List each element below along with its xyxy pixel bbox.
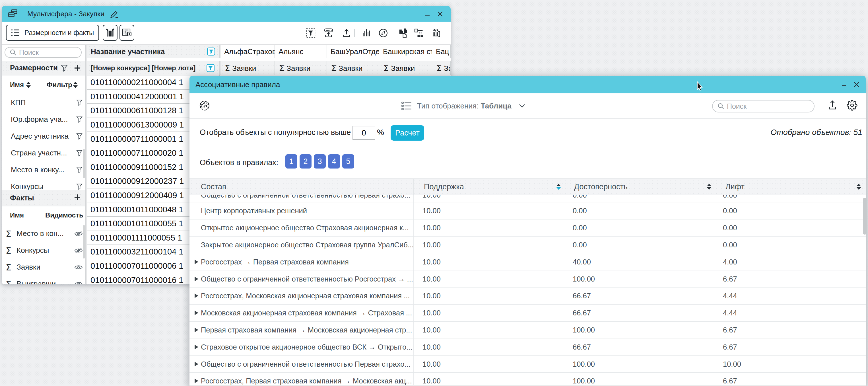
- expand-icon[interactable]: [194, 361, 198, 367]
- expand-icon[interactable]: [194, 293, 198, 298]
- measure-header-cell[interactable]: ΣЗаявки: [379, 61, 432, 75]
- sort-confidence-icon[interactable]: [707, 184, 712, 190]
- dimension-row[interactable]: Место в конку...: [2, 161, 85, 178]
- pivot-column-header[interactable]: Башкирская ст: [379, 45, 432, 58]
- edit-title-icon[interactable]: [110, 9, 119, 19]
- measure-header-cell[interactable]: ΣЗаявки: [275, 61, 327, 75]
- dialog-scrollbar-thumb[interactable]: [863, 198, 867, 235]
- visibility-off-icon[interactable]: [74, 281, 83, 285]
- table-layout-button[interactable]: [120, 25, 134, 41]
- dimension-name: Адрес участника: [11, 132, 68, 141]
- expand-icon[interactable]: [194, 259, 198, 264]
- sidebar-search-input[interactable]: Поиск: [5, 47, 82, 58]
- fact-row[interactable]: Σ Место в кон...: [2, 225, 85, 242]
- dimension-row[interactable]: Конкурсы: [2, 178, 85, 190]
- visibility-on-icon[interactable]: [74, 264, 83, 270]
- minimize-button[interactable]: [421, 6, 434, 22]
- rule-count-button[interactable]: 4: [328, 154, 340, 169]
- support-header[interactable]: Поддержка: [413, 179, 566, 195]
- filter-selection-icon[interactable]: [306, 28, 316, 38]
- rule-row[interactable]: Росгосстрах, Московская акционерная стра…: [189, 288, 866, 305]
- dimension-row[interactable]: Адрес участника: [2, 128, 85, 145]
- rule-row[interactable]: Первая страховая компания → Московская а…: [189, 322, 866, 339]
- column-filter-icon[interactable]: [207, 48, 215, 56]
- pivot-column-header[interactable]: АльфаСтрахова: [220, 45, 275, 58]
- rule-row[interactable]: Открытое акционерное общество Страховая …: [189, 219, 866, 237]
- confidence-header[interactable]: Достоверность: [566, 179, 716, 195]
- hierarchy-icon[interactable]: [414, 28, 424, 38]
- fact-row[interactable]: Σ Конкурсы: [2, 242, 85, 259]
- add-fact-button[interactable]: [74, 195, 80, 200]
- compass-icon[interactable]: [378, 28, 388, 38]
- settings-gear-icon[interactable]: [847, 100, 858, 111]
- rule-row[interactable]: Общество с ограниченной ответственностью…: [189, 195, 866, 202]
- dimension-filter-icon[interactable]: [76, 116, 83, 123]
- expand-icon[interactable]: [194, 378, 198, 383]
- rule-row[interactable]: Общество с ограниченной ответственностью…: [189, 270, 866, 288]
- visibility-off-icon[interactable]: [74, 231, 83, 237]
- export-icon[interactable]: [341, 28, 352, 38]
- measure-header-cell[interactable]: ΣЗаявки: [220, 61, 275, 75]
- add-dimension-button[interactable]: [74, 65, 80, 71]
- rule-count-button[interactable]: 5: [342, 154, 354, 169]
- pivot-column-header[interactable]: Бац: [432, 45, 451, 58]
- rule-row[interactable]: Центр корпоративных решений 10.00 0.00 0…: [189, 202, 866, 219]
- row-filter-icon[interactable]: [207, 64, 215, 72]
- rule-row[interactable]: Общество с ограниченной ответственностью…: [189, 356, 866, 373]
- pivot-column-header[interactable]: Альянс: [275, 45, 327, 58]
- row-header-title-cell[interactable]: Название участника: [87, 45, 219, 58]
- rule-count-button[interactable]: 2: [300, 154, 312, 169]
- dimension-filter-icon[interactable]: [76, 150, 83, 156]
- sphere-icon[interactable]: [198, 99, 211, 112]
- sort-filter-icon[interactable]: [73, 81, 78, 88]
- fact-row[interactable]: Σ Выигравши...: [2, 275, 85, 285]
- display-type-select[interactable]: Тип отображения: Таблица: [401, 93, 525, 118]
- close-button[interactable]: [434, 6, 446, 22]
- sort-support-icon[interactable]: [556, 184, 561, 190]
- dimension-row[interactable]: КПП: [2, 94, 85, 111]
- visibility-off-icon[interactable]: [74, 247, 83, 254]
- measure-header-cell[interactable]: ΣЗаявки: [432, 61, 451, 75]
- sidebar-scrollbar-thumb[interactable]: [83, 149, 85, 178]
- rule-row[interactable]: Росгосстрах, Первая страховая компания →…: [189, 373, 866, 386]
- column-width-button[interactable]: [103, 25, 118, 41]
- rule-count-button[interactable]: 1: [285, 154, 297, 169]
- watch-view-icon[interactable]: [431, 28, 441, 38]
- search-icon: [717, 103, 724, 110]
- expand-icon[interactable]: [194, 276, 198, 281]
- dimensions-facts-button[interactable]: Размерности и факты: [6, 25, 99, 41]
- measure-header-cell[interactable]: ΣЗаявки: [327, 61, 379, 75]
- copy-documents-icon[interactable]: [399, 28, 409, 38]
- composition-header[interactable]: Состав: [189, 179, 413, 195]
- sort-lift-icon[interactable]: [856, 184, 861, 190]
- expand-icon[interactable]: [194, 345, 198, 350]
- rule-count-button[interactable]: 3: [314, 154, 326, 169]
- lift-header[interactable]: Лифт: [716, 179, 866, 195]
- dimension-filter-icon[interactable]: [76, 183, 83, 190]
- fact-row[interactable]: Σ Заявки: [2, 259, 85, 275]
- rule-row[interactable]: Московская акционерная страховая компани…: [189, 305, 866, 322]
- dimension-filter-icon[interactable]: [76, 99, 83, 106]
- dimension-row[interactable]: Юр.форма уча...: [2, 111, 85, 128]
- dimension-row[interactable]: Страна участн...: [2, 145, 85, 161]
- dialog-export-icon[interactable]: [827, 100, 838, 111]
- expand-icon[interactable]: [194, 327, 198, 332]
- dialog-minimize-button[interactable]: [838, 76, 850, 93]
- dimensions-filter-icon[interactable]: [61, 65, 68, 72]
- chart-icon[interactable]: [361, 28, 371, 38]
- rule-row[interactable]: Росгосстрах → Первая страховая компания …: [189, 254, 866, 270]
- calculate-button[interactable]: Расчет: [391, 125, 424, 141]
- pivot-column-header[interactable]: БашУралОтдел: [327, 45, 379, 58]
- collapse-upload-icon[interactable]: [323, 28, 334, 38]
- expand-icon[interactable]: [194, 310, 198, 316]
- sidebar-scrollbar-thumb[interactable]: [83, 225, 85, 259]
- dimension-filter-icon[interactable]: [76, 167, 83, 173]
- dimension-filter-icon[interactable]: [76, 133, 83, 140]
- dialog-close-button[interactable]: [850, 76, 863, 93]
- dialog-search-input[interactable]: Поиск: [712, 100, 814, 113]
- sort-name-icon[interactable]: [26, 81, 31, 88]
- rule-row[interactable]: Страховое открытое акционерное общество …: [189, 338, 866, 356]
- rule-row[interactable]: Закрытое акционерное общество Страховая …: [189, 237, 866, 254]
- popularity-input[interactable]: 0: [352, 126, 375, 140]
- row-dimension-cell[interactable]: [Номер конкурса] [Номер лота]: [87, 61, 219, 75]
